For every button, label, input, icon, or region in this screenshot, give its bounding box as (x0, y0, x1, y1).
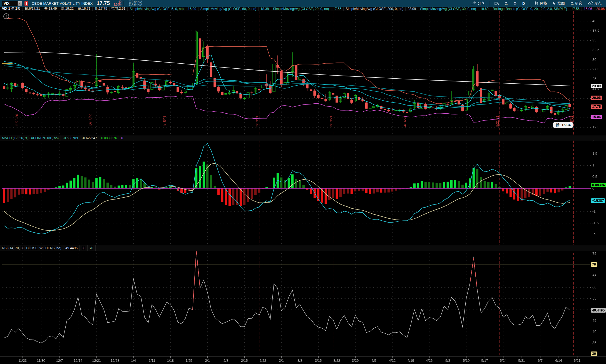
indicator-sma30-label[interactable]: SimpleMovingAvg (CLOSE, 30, 0, no) (418, 7, 478, 11)
stat-open: 开:18.49 (42, 7, 59, 11)
settings-button[interactable]: ⚙ (510, 0, 520, 7)
stat-close: 收:17.75 (93, 7, 109, 11)
pattern-button[interactable]: 形态 (585, 0, 604, 7)
ask-label: 卖方价:N/A (128, 3, 142, 6)
macd-zero-value: 0 (119, 135, 125, 141)
price-axis-badge: 17.75 (591, 104, 602, 109)
price-axis-badge: 23.09 (591, 84, 602, 88)
chevron-down-icon[interactable]: ▼ (18, 1, 22, 6)
flask-icon: ⚗ (570, 1, 574, 6)
pattern-zigzag-icon (588, 1, 593, 5)
share-icon (472, 1, 476, 5)
change-percent: -2.20% (113, 3, 121, 6)
macd-header-row: MACD (12, 26, 9, EXPONENTIAL, no) -0.538… (0, 135, 606, 141)
chart-header-row: VIX 1 年 1天 日:6/17/21 开:18.49 高:19.22 低:1… (0, 7, 606, 11)
gear-icon: ⚙ (513, 1, 517, 6)
trading-app: VIX ▼ CBOE MARKET VOLATILITY INDEX 17.75… (0, 0, 606, 364)
info-icon[interactable]: ! (3, 13, 9, 19)
candlestick-icon (535, 1, 538, 5)
macd-value: -0.538709 (61, 135, 80, 141)
indicator-sma30-value: 18.69 (478, 7, 491, 11)
timeframe-button[interactable]: D (520, 0, 528, 7)
studies-quick-button[interactable]: ⚗ (501, 0, 511, 7)
price-change: -.40 -2.20% (113, 1, 121, 6)
study-button[interactable]: ⚗ 研究 (567, 0, 585, 7)
macd-diff-value: 0.0839376 (99, 135, 119, 141)
macd-axis-badge: 0.08394 (591, 183, 606, 187)
stat-range: 范围:2.51 (110, 7, 128, 11)
indicator-sma200-label[interactable]: SimpleMovingAvg (CLOSE, 200, 0, no) (344, 7, 406, 11)
stat-date: 日:6/17/21 (23, 7, 42, 11)
indicator-sma200-value: 23.09 (406, 7, 418, 11)
rsi-axis-badge: 30 (591, 351, 597, 356)
indicator-sma5-label[interactable]: SimpleMovingAvg (CLOSE, 5, 0, no) (128, 7, 186, 11)
alert-flag-icon[interactable] (24, 1, 28, 6)
chart-canvas[interactable] (0, 0, 606, 364)
indicator-bollinger-label[interactable]: BollingerBands (CLOSE, 0, 20, -2.0, 2.0,… (491, 7, 569, 11)
symbol-selector[interactable]: VIX ▼ (2, 1, 22, 6)
rsi-header-row: RSI (14, 70, 30, CLOSE, WILDERS, no) 49.… (0, 245, 606, 251)
stat-low: 低:16.71 (76, 7, 93, 11)
draw-button[interactable]: 绘图 (550, 0, 567, 7)
cursor-icon (552, 1, 556, 5)
indicator-sma60-label[interactable]: SimpleMovingAvg (CLOSE, 60, 0, no) (198, 7, 259, 11)
bid-ask: 买方价:N/A 卖方价:N/A (128, 1, 142, 6)
symbol-input[interactable]: VIX (2, 1, 18, 6)
share-button[interactable]: 分享 (469, 0, 488, 7)
indicator-sma60-value: 18.38 (259, 7, 271, 11)
indicator-bollinger-mid: 17.56 (569, 7, 582, 11)
indicator-sma20-label[interactable]: SimpleMovingAvg (CLOSE, 20, 0, no) (271, 7, 331, 11)
macd-label[interactable]: MACD (12, 26, 9, EXPONENTIAL, no) (0, 135, 61, 141)
rsi-oversold-value: 30 (80, 245, 88, 251)
stat-high: 高:19.22 (59, 7, 76, 11)
indicator-sma20-value: 17.56 (331, 7, 344, 11)
price-axis-badge: 15.06 (591, 115, 602, 119)
symbol-range-label: VIX 1 年 1天 (0, 7, 23, 11)
style-button[interactable]: 风格 (532, 0, 550, 7)
flask-icon: ⚗ (504, 1, 508, 6)
rsi-value: 49.4495 (63, 245, 80, 251)
calendar-events-button[interactable] (492, 0, 501, 7)
rsi-overbought-value: 70 (88, 245, 95, 251)
last-price: 17.75 (96, 0, 110, 6)
calendar-clock-icon (495, 1, 499, 5)
price-axis-badge: 20.06 (591, 96, 602, 100)
indicator-sma5-value: 16.99 (186, 7, 198, 11)
macd-axis-badge: -0.5387 (591, 198, 605, 203)
rsi-axis-badge: 70 (591, 262, 597, 267)
top-toolbar: VIX ▼ CBOE MARKET VOLATILITY INDEX 17.75… (0, 0, 606, 7)
indicator-bollinger-lower: 15.06 (582, 7, 594, 11)
indicator-bollinger-upper: 20.06 (594, 7, 606, 11)
macd-avg-value: -0.622647 (80, 135, 99, 141)
low-price-tooltip: 低: 15.04 (553, 122, 573, 128)
rsi-label[interactable]: RSI (14, 70, 30, CLOSE, WILDERS, no) (0, 245, 63, 251)
instrument-title: CBOE MARKET VOLATILITY INDEX (32, 1, 93, 6)
rsi-axis-badge: 49.4495 (591, 308, 606, 313)
